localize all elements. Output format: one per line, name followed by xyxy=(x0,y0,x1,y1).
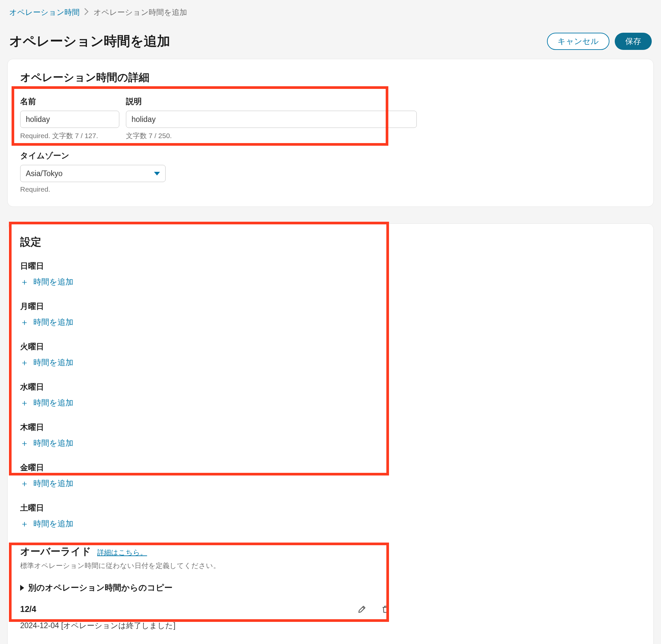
description-label: 説明 xyxy=(126,96,417,107)
day-block: 日曜日＋時間を追加 xyxy=(20,261,641,287)
name-input[interactable] xyxy=(20,111,119,128)
plus-icon: ＋ xyxy=(20,398,29,407)
plus-icon: ＋ xyxy=(20,479,29,488)
add-time-label: 時間を追加 xyxy=(33,277,73,287)
timezone-hint: Required. xyxy=(20,185,165,193)
add-time-label: 時間を追加 xyxy=(33,357,73,368)
plus-icon: ＋ xyxy=(20,318,29,326)
day-label: 木曜日 xyxy=(20,422,641,433)
breadcrumb-current: オペレーション時間を追加 xyxy=(93,7,187,18)
override-more-link[interactable]: 詳細はこちら。 xyxy=(97,548,147,557)
save-button[interactable]: 保存 xyxy=(615,33,652,50)
details-panel-title: オペレーション時間の詳細 xyxy=(20,70,641,85)
page-title: オペレーション時間を追加 xyxy=(9,32,170,50)
day-block: 木曜日＋時間を追加 xyxy=(20,422,641,448)
day-block: 火曜日＋時間を追加 xyxy=(20,341,641,368)
delete-icon[interactable] xyxy=(381,605,390,614)
plus-icon: ＋ xyxy=(20,439,29,447)
settings-panel: 設定 日曜日＋時間を追加月曜日＋時間を追加火曜日＋時間を追加水曜日＋時間を追加木… xyxy=(7,223,654,644)
edit-icon[interactable] xyxy=(357,605,366,614)
day-block: 金曜日＋時間を追加 xyxy=(20,462,641,489)
day-block: 水曜日＋時間を追加 xyxy=(20,382,641,408)
copy-from-other-toggle[interactable]: 別のオペレーション時間からのコピー xyxy=(20,582,641,593)
add-time-label: 時間を追加 xyxy=(33,519,73,529)
timezone-label: タイムゾーン xyxy=(20,150,165,161)
add-time-label: 時間を追加 xyxy=(33,438,73,448)
override-item-title: 12/4 xyxy=(20,604,36,614)
override-description: 標準オペレーション時間に従わない日付を定義してください。 xyxy=(20,561,641,570)
override-header: オーバーライド 詳細はこちら。 xyxy=(20,545,641,558)
override-title: オーバーライド xyxy=(20,545,91,558)
add-time-button[interactable]: ＋時間を追加 xyxy=(20,397,73,408)
plus-icon: ＋ xyxy=(20,520,29,528)
name-field: 名前 Required. 文字数 7 / 127. xyxy=(20,96,119,140)
override-item-actions xyxy=(357,605,390,614)
day-label: 月曜日 xyxy=(20,301,641,312)
day-label: 土曜日 xyxy=(20,503,641,513)
add-time-label: 時間を追加 xyxy=(33,478,73,489)
overrides-list: 12/42024-12-04 [オペレーションは終了しました]12/25-1/5… xyxy=(20,604,641,644)
add-time-button[interactable]: ＋時間を追加 xyxy=(20,478,73,489)
days-list: 日曜日＋時間を追加月曜日＋時間を追加火曜日＋時間を追加水曜日＋時間を追加木曜日＋… xyxy=(20,261,641,529)
breadcrumb: オペレーション時間 オペレーション時間を追加 xyxy=(7,7,654,18)
description-hint: 文字数 7 / 250. xyxy=(126,131,417,140)
add-time-label: 時間を追加 xyxy=(33,397,73,408)
add-time-label: 時間を追加 xyxy=(33,317,73,327)
description-field: 説明 文字数 7 / 250. xyxy=(126,96,417,140)
day-label: 日曜日 xyxy=(20,261,641,271)
day-block: 土曜日＋時間を追加 xyxy=(20,503,641,529)
page-header: オペレーション時間を追加 キャンセル 保存 xyxy=(7,32,654,50)
chevron-right-icon xyxy=(84,8,89,17)
timezone-field: タイムゾーン Asia/Tokyo Required. xyxy=(20,150,165,193)
cancel-button[interactable]: キャンセル xyxy=(547,33,610,50)
copy-label: 別のオペレーション時間からのコピー xyxy=(28,582,173,593)
override-item-detail: 2024-12-04 [オペレーションは終了しました] xyxy=(20,621,641,631)
day-block: 月曜日＋時間を追加 xyxy=(20,301,641,327)
description-input[interactable] xyxy=(126,111,417,128)
header-actions: キャンセル 保存 xyxy=(547,33,652,50)
add-time-button[interactable]: ＋時間を追加 xyxy=(20,317,73,327)
add-time-button[interactable]: ＋時間を追加 xyxy=(20,438,73,448)
details-panel: オペレーション時間の詳細 名前 Required. 文字数 7 / 127. 説… xyxy=(7,59,654,207)
add-time-button[interactable]: ＋時間を追加 xyxy=(20,357,73,368)
day-label: 火曜日 xyxy=(20,341,641,352)
add-time-button[interactable]: ＋時間を追加 xyxy=(20,277,73,287)
name-hint: Required. 文字数 7 / 127. xyxy=(20,131,119,140)
name-desc-row: 名前 Required. 文字数 7 / 127. 説明 文字数 7 / 250… xyxy=(20,96,641,140)
timezone-select[interactable]: Asia/Tokyo xyxy=(20,165,165,182)
name-label: 名前 xyxy=(20,96,119,107)
day-label: 金曜日 xyxy=(20,462,641,473)
override-item: 12/42024-12-04 [オペレーションは終了しました] xyxy=(20,604,641,631)
timezone-value: Asia/Tokyo xyxy=(26,169,63,178)
add-time-button[interactable]: ＋時間を追加 xyxy=(20,519,73,529)
caret-down-icon xyxy=(154,172,160,176)
day-label: 水曜日 xyxy=(20,382,641,392)
settings-panel-title: 設定 xyxy=(20,235,641,250)
plus-icon: ＋ xyxy=(20,358,29,367)
triangle-right-icon xyxy=(20,585,24,591)
breadcrumb-parent-link[interactable]: オペレーション時間 xyxy=(9,7,79,18)
plus-icon: ＋ xyxy=(20,278,29,286)
